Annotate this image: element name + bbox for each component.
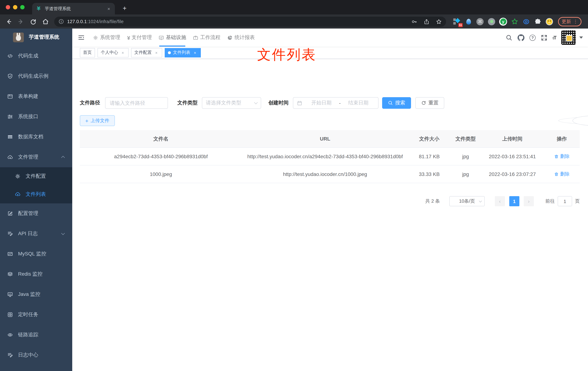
chrome-update-button[interactable]: 更新 ⋮ <box>558 17 581 26</box>
sidebar-item-file-config[interactable]: 文件配置 <box>0 167 72 185</box>
gear-icon <box>15 173 21 179</box>
sidebar-item-mysql-monitor[interactable]: MySQL 监控 <box>0 244 72 264</box>
sidebar-item-file-manage[interactable]: 文件管理 <box>0 147 72 167</box>
pagination: 共 2 条 10条/页 ‹ 1 › 前往 页 <box>425 196 580 206</box>
tags-view-bar: 首页 个人中心 × 文件配置 × 文件列表 × <box>72 47 588 59</box>
address-bar[interactable]: 127.0.0.1:1024/infra/file/file <box>54 16 446 27</box>
sidebar-item-code-demo[interactable]: 代码生成示例 <box>0 66 72 86</box>
tab-close-icon[interactable]: × <box>106 6 111 11</box>
window-minimize-button[interactable] <box>13 5 17 9</box>
extensions-area: 11 ⌘ y <box>450 17 554 26</box>
balloon-extension-icon[interactable] <box>464 17 473 26</box>
date-range-picker[interactable]: 开始日期 - 结束日期 <box>293 97 378 109</box>
delete-button[interactable]: 删除 <box>554 152 570 160</box>
log-edit-icon <box>7 352 13 358</box>
sidebar-item-java-monitor[interactable]: Java 监控 <box>0 284 72 305</box>
sidebar-item-cron-job[interactable]: 定时任务 <box>0 305 72 325</box>
sidebar-item-redis-monitor[interactable]: Redis 监控 <box>0 264 72 284</box>
top-menu: 系统管理 ¥ 支付管理 基础设施 工作流程 <box>93 29 262 47</box>
rings-extension-icon[interactable] <box>522 17 531 26</box>
next-page-button[interactable]: › <box>524 196 534 206</box>
y-extension-icon[interactable]: y <box>499 17 507 26</box>
sidebar-item-db-doc[interactable]: 数据库文档 <box>0 127 72 147</box>
tag-close-icon[interactable]: × <box>154 50 159 55</box>
sidebar-item-form-builder[interactable]: 表单构建 <box>0 86 72 106</box>
share-icon[interactable] <box>424 19 430 24</box>
col-header-filename: 文件名 <box>80 130 242 147</box>
new-tab-button[interactable]: + <box>120 4 129 13</box>
command-extension-icon[interactable]: ⌘ <box>476 17 484 26</box>
top-menu-system[interactable]: 系统管理 <box>93 29 120 47</box>
sidebar-item-file-list[interactable]: 文件列表 <box>0 185 72 203</box>
browser-menu-kebab-icon[interactable]: ⋮ <box>573 19 578 24</box>
date-start-placeholder[interactable]: 开始日期 <box>305 100 337 106</box>
file-path-input[interactable] <box>105 97 168 109</box>
top-menu-infra[interactable]: 基础设施 <box>159 29 186 47</box>
reset-button[interactable]: 重置 <box>415 97 444 109</box>
cell-time: 2022-03-16 23:51:41 <box>481 148 544 165</box>
delete-button[interactable]: 删除 <box>554 170 570 178</box>
sidebar-item-config-manage[interactable]: 配置管理 <box>0 203 72 224</box>
search-icon[interactable] <box>506 34 513 41</box>
sidebar-logo: 芋道管理系统 <box>0 29 72 46</box>
sidebar-item-trace[interactable]: 链路追踪 <box>0 325 72 345</box>
github-icon[interactable] <box>518 34 525 41</box>
tag-file-config[interactable]: 文件配置 × <box>131 48 162 57</box>
font-size-icon[interactable]: tT <box>553 35 556 41</box>
tag-home[interactable]: 首页 <box>80 48 95 57</box>
top-menu-pay[interactable]: ¥ 支付管理 <box>127 29 152 47</box>
cell-action: 删除 <box>544 148 580 165</box>
tag-close-icon[interactable]: × <box>120 50 125 55</box>
star-extension-icon[interactable] <box>510 17 519 26</box>
file-type-select[interactable]: 请选择文件类型 <box>202 97 261 109</box>
browser-tab[interactable]: 芋道管理系统 × <box>32 3 115 14</box>
dot-extension-icon[interactable] <box>487 17 496 26</box>
prev-page-button[interactable]: ‹ <box>495 196 505 206</box>
avatar[interactable] <box>561 30 576 45</box>
top-navbar: 系统管理 ¥ 支付管理 基础设施 工作流程 <box>72 29 588 47</box>
avatar-caret-icon[interactable] <box>579 36 583 39</box>
date-end-placeholder[interactable]: 结束日期 <box>342 100 375 106</box>
url-path: :1024/infra/file/file <box>87 19 124 24</box>
create-time-label: 创建时间 <box>268 100 289 106</box>
password-key-icon[interactable] <box>411 19 417 24</box>
sidebar-item-log-center[interactable]: 日志中心 <box>0 345 72 365</box>
site-info-icon[interactable] <box>59 19 64 24</box>
sidebar-extension-icon[interactable]: 11 <box>452 17 461 26</box>
page-size-select[interactable]: 10条/页 <box>449 196 485 206</box>
table-row: a294ecb2-73dd-4353-bf40-296b8931d0bf htt… <box>80 148 580 165</box>
chevron-up-icon <box>61 156 65 159</box>
upload-file-button[interactable]: + 上传文件 <box>80 115 115 126</box>
help-icon[interactable]: ? <box>529 34 536 41</box>
page-number-button[interactable]: 1 <box>509 196 519 206</box>
bookmark-star-icon[interactable] <box>436 19 442 24</box>
sidebar-item-api-log[interactable]: API 日志 <box>0 224 72 244</box>
tag-file-list[interactable]: 文件列表 × <box>165 48 201 57</box>
col-header-time: 上传时间 <box>481 130 544 147</box>
sidebar-item-code-generate[interactable]: 代码生成 <box>0 46 72 66</box>
code-icon <box>7 53 13 59</box>
page-unit-label: 页 <box>575 198 580 204</box>
search-button[interactable]: 搜索 <box>382 97 411 109</box>
extensions-puzzle-icon[interactable] <box>534 17 542 26</box>
refresh-table-button[interactable] <box>572 116 588 126</box>
layers-icon <box>7 271 13 277</box>
timer-icon <box>7 312 13 318</box>
back-icon[interactable] <box>5 18 12 25</box>
top-menu-workflow[interactable]: 工作流程 <box>193 29 220 47</box>
reload-icon[interactable] <box>30 18 37 25</box>
window-zoom-button[interactable] <box>20 5 25 9</box>
tag-close-icon[interactable]: × <box>192 50 198 55</box>
window-close-button[interactable] <box>6 5 10 9</box>
chevron-down-icon <box>479 199 482 202</box>
emoji-extension-icon[interactable] <box>545 17 554 26</box>
forward-icon[interactable] <box>17 18 25 25</box>
sidebar-item-system-api[interactable]: 系统接口 <box>0 106 72 127</box>
table-grid-icon <box>7 134 13 140</box>
home-icon[interactable] <box>42 18 49 25</box>
fullscreen-icon[interactable] <box>541 34 547 41</box>
tag-profile[interactable]: 个人中心 × <box>97 48 129 57</box>
top-menu-report[interactable]: 统计报表 <box>227 29 255 47</box>
goto-page-input[interactable] <box>558 196 572 206</box>
sidebar-collapse-icon[interactable] <box>78 34 85 41</box>
